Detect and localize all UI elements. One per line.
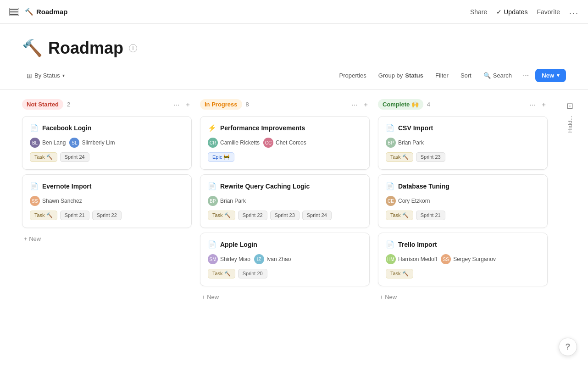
card-assignees-evernote-import: SS Shawn Sanchez [30,196,184,206]
add-new-button-in-progress[interactable]: + New [200,291,221,303]
card-title-text: CSV Import [398,124,433,132]
info-icon[interactable]: i [129,44,137,52]
card-tags-evernote-import: Task 🔨Sprint 21Sprint 22 [30,211,184,220]
card-rewrite-query-caching[interactable]: 📄 Rewrite Query Caching Logic BP Brian P… [200,174,370,228]
card-title-text: Apple Login [220,241,257,248]
tag: Task 🔨 [208,269,235,278]
card-tags-performance-improvements: Epic 🚧 [208,152,362,162]
tag: Task 🔨 [30,211,57,220]
tag: Task 🔨 [30,152,57,162]
tag: Task 🔨 [386,211,413,220]
assignee-name: Camille Ricketts [220,139,260,146]
hamburger-button[interactable] [9,8,19,16]
assignee-name: Slimberly Lim [82,139,115,146]
tag: Task 🔨 [386,269,413,278]
tag: Sprint 24 [302,211,332,220]
updates-label: Updates [504,8,527,16]
card-title-text: Performance Improvements [220,124,305,132]
view-selector[interactable]: ⊞ By Status ▾ [22,70,69,82]
new-label: New [542,72,554,79]
tag: Sprint 21 [416,211,445,220]
column-not-started: Not Started 2 ··· + 📄 Facebook Login BL … [22,99,192,354]
card-performance-improvements[interactable]: ⚡ Performance Improvements CR Camille Ri… [200,116,370,170]
card-doc-icon: 📄 [386,240,394,249]
card-assignees-rewrite-query-caching: BP Brian Park [208,196,362,206]
hidden-column: ⊡ Hidd... [556,99,583,354]
card-title-evernote-import: 📄 Evernote Import [30,182,184,190]
assignee: SS Sergey Surganov [441,254,496,264]
group-by-value: Status [405,72,423,79]
col-actions-in-progress: ··· + [350,100,370,109]
assignee-name: Sergey Surganov [453,256,496,262]
col-more-button-in-progress[interactable]: ··· [350,100,360,109]
assignee: SL Slimberly Lim [69,138,115,148]
tag: Sprint 23 [416,152,445,162]
card-title-trello-import: 📄 Trello Import [386,240,540,249]
card-title-database-tuning: 📄 Database Tuning [386,182,540,190]
card-doc-icon: 📄 [208,240,216,249]
tag: Task 🔨 [386,152,413,162]
tag: Epic 🚧 [208,152,234,162]
card-database-tuning[interactable]: 📄 Database Tuning CE Cory Etzkorn Task 🔨… [378,174,548,228]
card-doc-icon: 📄 [208,182,216,190]
nav-right: Share ✓ Updates Favorite ... [470,7,579,17]
more-button[interactable]: ... [569,7,579,17]
search-button[interactable]: 🔍 Search [479,70,516,81]
group-by-button[interactable]: Group by Status [374,70,428,81]
status-badge-in-progress: In Progress [200,99,242,110]
card-facebook-login[interactable]: 📄 Facebook Login BL Ben Lang SL Slimberl… [22,116,192,170]
assignee: BP Brian Park [386,138,424,148]
card-title-facebook-login: 📄 Facebook Login [30,124,184,132]
new-button[interactable]: New ▾ [535,69,566,82]
top-nav: 🔨 Roadmap Share ✓ Updates Favorite ... [0,0,588,24]
favorite-button[interactable]: Favorite [537,8,560,16]
col-more-button-not-started[interactable]: ··· [172,100,182,109]
share-button[interactable]: Share [470,8,487,16]
card-assignees-trello-import: HM Harrison Medoff SS Sergey Surganov [386,254,540,264]
card-title-apple-login: 📄 Apple Login [208,240,362,249]
toolbar-more-button[interactable]: ··· [519,69,533,82]
assignee: BL Ben Lang [30,138,66,148]
col-add-button-in-progress[interactable]: + [362,100,370,109]
tag: Task 🔨 [208,211,235,220]
avatar: CE [386,196,396,206]
assignee-name: Ben Lang [42,139,66,146]
col-add-button-not-started[interactable]: + [184,100,192,109]
filter-button[interactable]: Filter [431,70,453,81]
tag: Sprint 22 [238,211,267,220]
assignee-name: Cory Etzkorn [398,198,430,204]
nav-title-text: Roadmap [36,8,67,16]
nav-title: 🔨 Roadmap [25,8,67,16]
assignee-name: Brian Park [220,198,246,204]
card-apple-login[interactable]: 📄 Apple Login SM Shirley Miao IZ Ivan Zh… [200,233,370,286]
card-trello-import[interactable]: 📄 Trello Import HM Harrison Medoff SS Se… [378,233,548,286]
page-title: 🔨 Roadmap i [22,39,566,58]
title-text: Roadmap [48,39,123,58]
card-evernote-import[interactable]: 📄 Evernote Import SS Shawn Sanchez Task … [22,174,192,228]
title-icon: 🔨 [22,39,43,58]
add-new-button-not-started[interactable]: + New [22,233,43,245]
col-more-button-complete[interactable]: ··· [528,100,538,109]
page-header: 🔨 Roadmap i [0,24,588,69]
properties-button[interactable]: Properties [335,70,371,81]
help-button[interactable]: ? [559,338,577,356]
sort-button[interactable]: Sort [456,70,476,81]
avatar: BP [208,196,218,206]
assignee: SM Shirley Miao [208,254,250,264]
assignee-name: Brian Park [398,139,424,146]
column-count-not-started: 2 [67,101,70,108]
assignee-name: Ivan Zhao [266,256,291,262]
new-caret-icon: ▾ [557,72,560,78]
card-assignees-facebook-login: BL Ben Lang SL Slimberly Lim [30,138,184,148]
nav-left: 🔨 Roadmap [9,8,67,16]
add-new-button-complete[interactable]: + New [378,291,399,303]
card-tags-facebook-login: Task 🔨Sprint 24 [30,152,184,162]
updates-button[interactable]: ✓ Updates [496,8,527,16]
assignee: CR Camille Ricketts [208,138,260,148]
col-add-button-complete[interactable]: + [540,100,548,109]
card-doc-icon: 📄 [30,182,39,190]
avatar: CR [208,138,218,148]
card-csv-import[interactable]: 📄 CSV Import BP Brian Park Task 🔨Sprint … [378,116,548,170]
tag: Sprint 24 [60,152,89,162]
card-title-text: Trello Import [398,241,437,248]
